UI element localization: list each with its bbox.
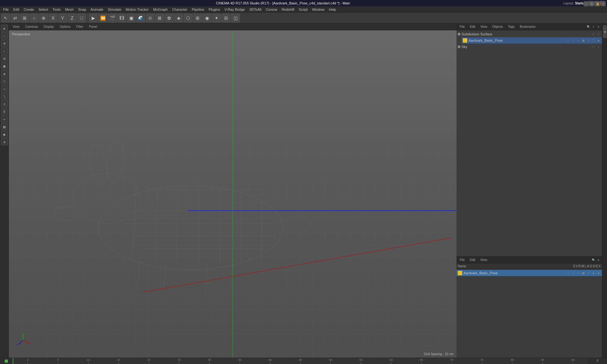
sidebar-btn-12[interactable]: $ [1, 108, 8, 115]
sidebar-btn-4[interactable]: ○ [1, 47, 8, 54]
menu-item-create[interactable]: Create [22, 7, 36, 12]
toolbar-btn-7[interactable]: Z [68, 14, 77, 22]
sidebar-btn-6[interactable]: ▣ [1, 63, 8, 70]
toolbar-btn2-15[interactable]: ◫ [231, 14, 240, 22]
om-menu-file[interactable]: File [458, 24, 467, 29]
menu-item-snap[interactable]: Snap [76, 7, 88, 12]
tab-display[interactable]: Display [41, 24, 57, 29]
toolbar-btn2-8[interactable]: ✿ [165, 14, 174, 22]
menu-item-3dtoall[interactable]: 3DToAll [248, 7, 263, 12]
viewport[interactable]: Perspective [9, 30, 457, 358]
tab-options[interactable]: Options [57, 24, 73, 29]
sidebar-btn-7[interactable]: ◈ [1, 70, 8, 77]
viewport-lock-icon[interactable]: 🔒 [595, 1, 600, 6]
tab-filter[interactable]: Filter [74, 24, 86, 29]
toolbar-btn-1[interactable]: ⇄ [11, 14, 20, 22]
toolbar-btn2-11[interactable]: ⊞ [193, 14, 202, 22]
viewport-expand-icon[interactable]: ↕ [584, 1, 589, 6]
om-row-sky[interactable]: Sky □ ○ [457, 44, 602, 50]
mm-menu-edit[interactable]: Edit [468, 258, 477, 262]
mm-icon-2[interactable]: ○ [571, 271, 575, 275]
sidebar-btn-5[interactable]: ⊞ [1, 55, 8, 62]
menu-item-window[interactable]: Window [310, 7, 326, 12]
om-row-aardvark[interactable]: Aardvark_Basic_Pose □ ○ — ▣ ▽ ◯ ◈ [462, 37, 602, 44]
toolbar-btn2-5[interactable]: 🌊 [136, 14, 145, 22]
sidebar-btn-1[interactable]: ▲ [1, 25, 8, 32]
toolbar-btn-2[interactable]: ⊞ [20, 14, 29, 22]
om-icon-a1[interactable]: □ [566, 38, 570, 43]
menu-item-plugins[interactable]: Plugins [207, 7, 222, 12]
om-sky-icon-1[interactable]: □ [591, 45, 596, 49]
tab-cameras[interactable]: Cameras [23, 24, 41, 29]
viewport-canvas[interactable] [9, 30, 457, 358]
mm-config-icon[interactable]: ≡ [596, 258, 601, 262]
toolbar-btn2-12[interactable]: ◉ [203, 14, 212, 22]
menu-item-edit[interactable]: Edit [11, 7, 21, 12]
mm-icon-1[interactable]: □ [566, 271, 570, 275]
viewport-close-icon[interactable]: ✕ [601, 1, 606, 6]
om-search-icon[interactable]: 🔍 [586, 25, 591, 29]
toolbar-btn-0[interactable]: ↖ [1, 14, 10, 22]
mm-menu-view[interactable]: View [478, 258, 489, 262]
toolbar-btn-8[interactable]: □ [77, 14, 86, 22]
om-icon-a5[interactable]: ▽ [586, 38, 591, 43]
om-menu-view[interactable]: View [478, 24, 489, 29]
mm-icon-5[interactable]: ▽ [586, 271, 591, 275]
toolbar-btn-4[interactable]: ⊕ [39, 14, 48, 22]
menu-item-file[interactable]: File [1, 7, 11, 12]
om-icon-a2[interactable]: ○ [571, 38, 575, 43]
menu-item-corona[interactable]: Corona [264, 7, 279, 12]
om-icon-a7[interactable]: ◈ [596, 38, 601, 43]
menu-item-mesh[interactable]: Mesh [63, 7, 76, 12]
mm-icon-4[interactable]: ▣ [581, 271, 586, 275]
om-menu-edit[interactable]: Edit [468, 24, 477, 29]
sidebar-btn-16[interactable]: ⊛ [1, 138, 8, 145]
toolbar-btn2-13[interactable]: ✦ [212, 14, 221, 22]
mm-icon-7[interactable]: ◈ [596, 271, 601, 275]
menu-item-motion tracker[interactable]: Motion Tracker [124, 7, 151, 12]
om-menu-objects[interactable]: Objects [490, 24, 505, 29]
menu-item-simulate[interactable]: Simulate [106, 7, 123, 12]
mm-icon-3[interactable]: — [576, 271, 580, 275]
om-menu-bookmarks[interactable]: Bookmarks [518, 24, 537, 29]
sidebar-btn-13[interactable]: ∞ [1, 116, 8, 123]
toolbar-btn2-4[interactable]: ▣ [127, 14, 136, 22]
menu-item-character[interactable]: Character [170, 7, 189, 12]
bookmark-item-1[interactable]: ◀ [603, 25, 607, 38]
sidebar-btn-11[interactable]: ⊙ [1, 100, 8, 107]
om-sky-icon-2[interactable]: ○ [596, 45, 601, 49]
menu-item-redshift[interactable]: Redshift [280, 7, 296, 12]
toolbar-btn-6[interactable]: Y [58, 14, 67, 22]
om-check-1[interactable]: ✓ [591, 32, 596, 36]
om-add-icon[interactable]: + [591, 25, 596, 29]
toolbar-btn2-7[interactable]: ⊠ [155, 14, 164, 22]
menu-item-select[interactable]: Select [37, 7, 50, 12]
mm-row-aardvark[interactable]: Aardvark_Basic_Pose □ ○ — ▣ ▽ ▲ ◈ [457, 270, 602, 276]
om-row-subdivision[interactable]: Subdivision Surface ✓ ✓ [457, 31, 602, 37]
toolbar-btn2-0[interactable]: ▶ [89, 14, 98, 22]
menu-item-tools[interactable]: Tools [51, 7, 63, 12]
toolbar-btn2-14[interactable]: ⊟ [222, 14, 230, 22]
menu-item-pipeline[interactable]: Pipeline [190, 7, 206, 12]
toolbar-btn2-9[interactable]: ◈ [174, 14, 183, 22]
menu-item-mograph[interactable]: MoGraph [151, 7, 170, 12]
tab-panel[interactable]: Panel [87, 24, 100, 29]
menu-item-script[interactable]: Script [297, 7, 310, 12]
mm-menu-file[interactable]: File [458, 258, 467, 262]
sidebar-btn-3[interactable]: ⊕ [1, 40, 8, 47]
om-config-icon[interactable]: ≡ [596, 25, 601, 29]
menu-item-animate[interactable]: Animate [89, 7, 105, 12]
menu-item-help[interactable]: Help [327, 7, 338, 12]
sidebar-btn-8[interactable]: ⬡ [1, 78, 8, 85]
sidebar-btn-10[interactable]: ╲ [1, 93, 8, 100]
viewport-layout-icon[interactable]: ⊞ [589, 1, 594, 6]
toolbar-btn2-10[interactable]: ⬡ [184, 14, 193, 22]
tab-view[interactable]: View [10, 24, 22, 29]
toolbar-btn2-3[interactable]: 🎞 [117, 14, 126, 22]
toolbar-btn-3[interactable]: ○ [30, 14, 39, 22]
toolbar-btn2-6[interactable]: ⊙ [146, 14, 155, 22]
mm-icon-6[interactable]: ▲ [591, 271, 596, 275]
toolbar-btn2-2[interactable]: 🎬 [108, 14, 117, 22]
menu-item-v-ray bridge[interactable]: V-Ray Bridge [223, 7, 247, 12]
om-menu-tags[interactable]: Tags [506, 24, 517, 29]
